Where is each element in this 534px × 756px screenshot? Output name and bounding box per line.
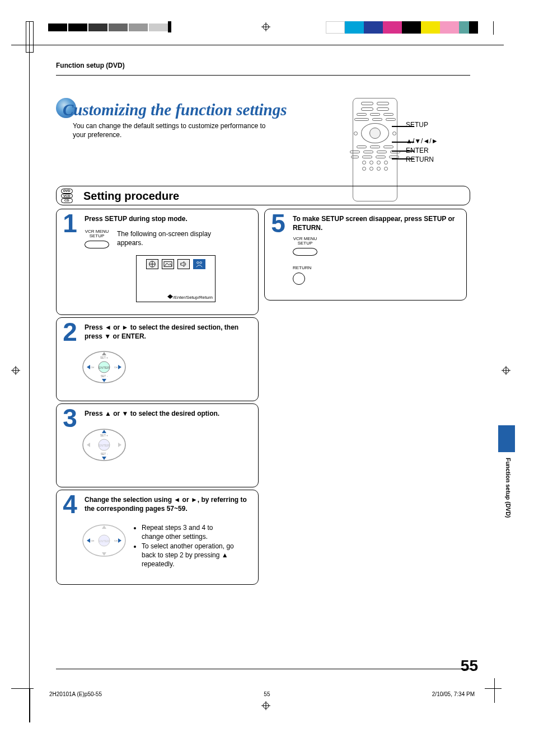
svg-point-14 — [200, 261, 202, 264]
svg-text:SET -: SET - — [101, 452, 108, 456]
step-number: 5 — [268, 208, 288, 238]
disc-badge: DVD — [61, 189, 73, 194]
dpad-icon: ENTER CH CH — [80, 520, 128, 561]
page-content: Function setup (DVD) Customizing the fun… — [56, 62, 470, 204]
registration-mark-icon — [261, 701, 270, 710]
svg-marker-29 — [102, 430, 106, 433]
procedure-header: DVD VCD CD Setting procedure — [56, 186, 470, 205]
divider — [56, 75, 470, 76]
button-label: RETURN — [293, 266, 460, 270]
setup-button-icon — [293, 248, 317, 256]
svg-point-13 — [197, 261, 199, 264]
setup-button-icon — [85, 241, 109, 248]
footer-doc-id: 2H20101A (E)p50-55 — [49, 691, 102, 697]
registration-mark-icon — [502, 366, 510, 375]
footer-meta: 2H20101A (E)p50-55 55 2/10/05, 7:34 PM — [49, 691, 475, 697]
page-number: 55 — [461, 657, 478, 675]
trim-guide — [26, 21, 34, 53]
step-1: 1 Press SETUP during stop mode. VCR MENU… — [56, 209, 259, 315]
svg-marker-21 — [118, 365, 121, 369]
svg-text:CH: CH — [91, 366, 94, 369]
trim-guide — [494, 678, 495, 703]
procedure-title: Setting procedure — [83, 190, 464, 203]
disc-badges: DVD VCD CD — [61, 189, 73, 203]
step-note: To select another operation, go back to … — [142, 542, 235, 569]
step-head: Press ▲ or ▼ to select the desired optio… — [85, 410, 251, 419]
svg-text:ENTER: ENTER — [99, 366, 110, 369]
step-head: Press SETUP during stop mode. — [85, 215, 251, 224]
remote-label-enter: ENTER — [406, 146, 438, 156]
section-breadcrumb: Function setup (DVD) — [56, 62, 470, 69]
step-number: 2 — [60, 317, 80, 347]
screen-tab-pic-icon — [162, 259, 174, 269]
dpad-icon: ENTER SET + SET - — [80, 424, 128, 466]
dpad-icon: ENTER SET + SET - CH CH — [80, 346, 128, 388]
trim-guide — [11, 688, 34, 689]
screen-tab-audio-icon — [177, 259, 190, 269]
svg-text:CH: CH — [114, 539, 118, 542]
svg-text:SET +: SET + — [100, 356, 108, 359]
page-title: Customizing the function settings — [63, 101, 287, 119]
footer-timestamp: 2/10/05, 7:34 PM — [432, 691, 475, 697]
step-number: 3 — [60, 403, 80, 433]
remote-label-arrows: ▲/▼/◄/► — [406, 137, 438, 146]
step-number: 4 — [60, 489, 80, 519]
return-button-icon — [293, 273, 305, 285]
step-3: 3 Press ▲ or ▼ to select the desired opt… — [56, 403, 259, 487]
trim-guide — [485, 688, 502, 689]
step-4: 4 Change the selection using ◄ or ►, by … — [56, 490, 259, 585]
step-head: To make SETUP screen disappear, press SE… — [293, 215, 460, 232]
svg-marker-31 — [87, 443, 90, 447]
footer-rule — [56, 669, 470, 669]
button-label: SETUP — [293, 241, 317, 246]
svg-text:CH: CH — [114, 366, 118, 369]
registration-mark-icon — [11, 366, 20, 375]
step-body: The following on-screen display appears. — [117, 229, 212, 247]
screen-tab-parental-icon — [193, 259, 205, 269]
screen-tab-lang-icon — [146, 259, 158, 269]
registration-mark-icon — [261, 22, 270, 31]
svg-text:ENTER: ENTER — [99, 539, 110, 543]
svg-marker-39 — [102, 552, 106, 556]
onscreen-display: /Enter/Setup/Return — [136, 255, 216, 302]
procedure-section: DVD VCD CD Setting procedure 1 Press SET… — [56, 186, 470, 585]
trim-guide — [11, 45, 504, 45]
page-description: You can change the default settings to c… — [73, 121, 274, 139]
svg-text:CH: CH — [91, 539, 94, 542]
svg-marker-20 — [87, 365, 90, 369]
svg-marker-30 — [102, 457, 106, 460]
step-note: Repeat steps 3 and 4 to change other set… — [142, 523, 235, 541]
svg-marker-40 — [87, 538, 90, 543]
footer-page: 55 — [264, 691, 270, 697]
screen-footer-text: /Enter/Setup/Return — [173, 295, 213, 300]
button-label: SETUP — [85, 234, 109, 238]
step-head: Change the selection using ◄ or ►, by re… — [85, 496, 251, 513]
step-2: 2 Press ◄ or ► to select the desired sec… — [56, 317, 259, 401]
side-tab-label: Function setup (DVD) — [505, 458, 512, 518]
disc-badge: CD — [61, 198, 73, 203]
svg-marker-41 — [118, 538, 121, 543]
disc-badge: VCD — [61, 194, 73, 199]
step-head: Press ◄ or ► to select the desired secti… — [85, 323, 251, 341]
svg-text:ENTER: ENTER — [99, 444, 110, 447]
remote-label-setup: SETUP — [406, 120, 438, 130]
svg-marker-19 — [102, 379, 106, 382]
step-number: 1 — [60, 208, 80, 238]
svg-text:SET -: SET - — [101, 374, 108, 378]
svg-marker-38 — [102, 525, 106, 529]
svg-marker-32 — [118, 443, 121, 447]
remote-label-return: RETURN — [406, 155, 438, 165]
step-5: 5 To make SETUP screen disappear, press … — [264, 209, 467, 300]
svg-text:SET +: SET + — [100, 434, 108, 437]
svg-marker-18 — [102, 352, 106, 355]
trim-guide — [29, 689, 30, 722]
trim-guide — [29, 21, 30, 704]
trim-guide — [493, 21, 494, 35]
side-tab-bg — [498, 425, 515, 452]
